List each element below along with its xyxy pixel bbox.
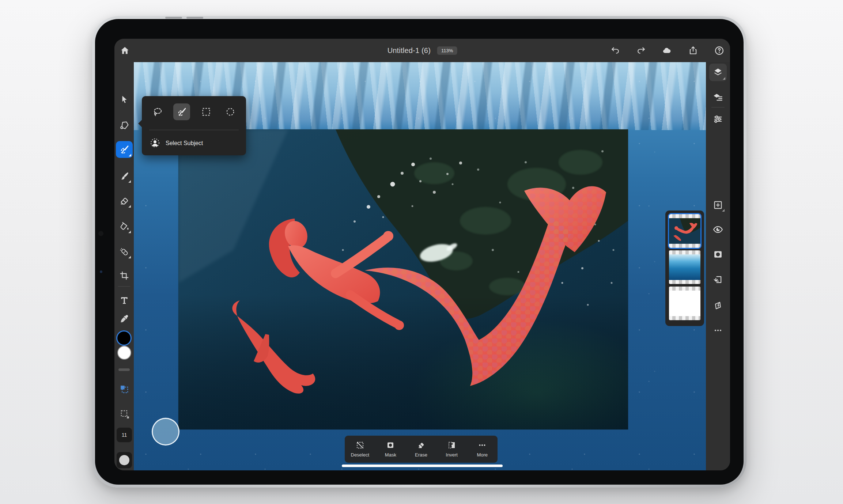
tool-move[interactable] [116,91,132,107]
effects-button[interactable] [710,298,726,314]
filmstrip-perforation [669,244,700,248]
erase-label: Erase [415,452,427,458]
invert-button[interactable]: Invert [436,441,467,458]
adjustments-button[interactable] [710,111,726,127]
layer-thumbnail-water-background[interactable] [669,250,700,284]
select-subject-icon [150,138,160,148]
brush-preview-circle [119,455,129,465]
brush-preview-swatch[interactable] [117,452,132,468]
home-indicator[interactable] [342,465,503,467]
filmstrip-perforation [669,214,700,218]
volume-button-up [165,17,182,19]
erase-icon [417,441,426,450]
tool-fill[interactable] [116,219,132,235]
layer-visibility-button[interactable] [710,221,726,238]
layers-button-selected[interactable] [709,64,727,81]
mask-button[interactable]: Mask [375,441,406,458]
device-bezel: Untitled-1 (6) 113% [95,19,744,485]
right-rail-more-button[interactable] [710,322,726,338]
deselect-label: Deselect [351,452,370,458]
layers-filmstrip-panel [665,211,704,326]
redo-button[interactable] [636,45,646,56]
background-color-chip[interactable] [117,346,131,360]
flyout-rectangular-marquee-tool[interactable] [198,103,215,120]
more-label: More [477,452,488,458]
right-toolbar [706,62,730,470]
filmstrip-perforation [669,287,700,291]
tool-eraser[interactable] [116,193,132,209]
layer-thumb-art [669,254,700,280]
home-button[interactable] [120,45,130,56]
toolbar-grabber[interactable] [118,368,130,371]
selection-tools-flyout: Select Subject [142,96,246,155]
select-subject-button[interactable]: Select Subject [150,135,242,152]
brush-size-badge[interactable]: 11 [117,428,132,442]
filmstrip-perforation [669,316,700,320]
flyout-lasso-tool[interactable] [149,103,166,120]
underwater-photo [178,129,628,429]
undo-button[interactable] [610,45,620,56]
select-subject-label: Select Subject [166,140,203,147]
touch-shortcut-control[interactable] [152,418,179,446]
cloud-sync-icon[interactable] [662,45,672,56]
ipad-device: Untitled-1 (6) 113% [92,16,746,488]
volume-button-down [186,17,203,19]
flyout-elliptical-marquee-tool[interactable] [222,103,239,120]
right-rail-divider [711,107,725,107]
document-title: Untitled-1 (6) [388,46,431,55]
tool-eyedropper[interactable] [116,311,132,327]
foreground-color-chip[interactable] [116,330,132,346]
layer-mask-button[interactable] [710,246,726,262]
page-background: Untitled-1 (6) 113% [0,0,843,504]
tool-move-selection[interactable] [116,406,132,422]
invert-icon [447,441,456,450]
top-bar: Untitled-1 (6) 113% [114,39,730,62]
place-image-button[interactable] [710,272,726,288]
layer-thumbnail-empty[interactable] [669,287,700,320]
invert-label: Invert [446,452,458,458]
share-button[interactable] [688,45,698,56]
tool-transform-selection[interactable] [116,381,132,397]
erase-button[interactable]: Erase [406,441,436,458]
deselect-icon [356,441,364,450]
more-button[interactable]: More [467,441,498,458]
toolbar-divider [118,286,130,287]
layer-thumb-art [669,218,700,244]
tool-type[interactable] [116,292,132,308]
add-layer-button[interactable] [710,197,726,213]
selection-action-bar: Deselect Mask Erase Invert More [345,436,498,463]
layer-thumbnail-mermaid[interactable] [669,214,700,248]
mermaid-photo-layer[interactable] [178,129,628,429]
filmstrip-perforation [669,250,700,254]
deselect-button[interactable]: Deselect [345,441,375,458]
tool-healing-brush[interactable] [116,244,132,260]
mask-icon [386,441,395,450]
left-toolbar: 11 [114,62,134,470]
layer-thumb-art [669,291,700,316]
front-camera [98,231,103,236]
tool-quick-selection-selected[interactable] [116,141,133,158]
brush-size-value: 11 [122,432,127,438]
filmstrip-perforation [669,280,700,284]
flyout-divider [149,130,239,130]
layer-properties-button[interactable] [710,89,726,105]
tool-brush[interactable] [116,168,132,184]
zoom-level-badge[interactable]: 113% [437,46,457,55]
more-icon [478,441,487,450]
help-button[interactable] [714,45,724,56]
photoshop-app-window: Untitled-1 (6) 113% [114,39,730,470]
tool-crop[interactable] [116,268,132,284]
flyout-quick-selection-tool-selected[interactable] [173,103,190,120]
sensor-dot [100,270,102,273]
tool-lasso[interactable] [116,118,132,134]
mask-label: Mask [385,452,396,458]
